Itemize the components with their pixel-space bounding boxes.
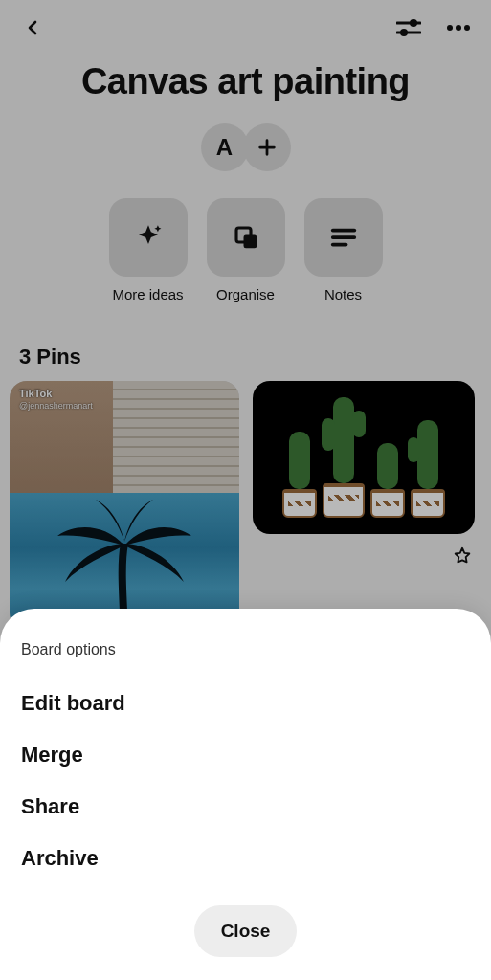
merge-option[interactable]: Merge (21, 729, 470, 781)
share-option[interactable]: Share (21, 781, 470, 833)
archive-option[interactable]: Archive (21, 833, 470, 884)
board-screen: Canvas art painting A More ideas (0, 0, 491, 980)
board-options-sheet: Board options Edit board Merge Share Arc… (0, 609, 491, 980)
edit-board-option[interactable]: Edit board (21, 678, 470, 729)
close-button[interactable]: Close (194, 905, 298, 957)
sheet-heading: Board options (21, 641, 470, 658)
